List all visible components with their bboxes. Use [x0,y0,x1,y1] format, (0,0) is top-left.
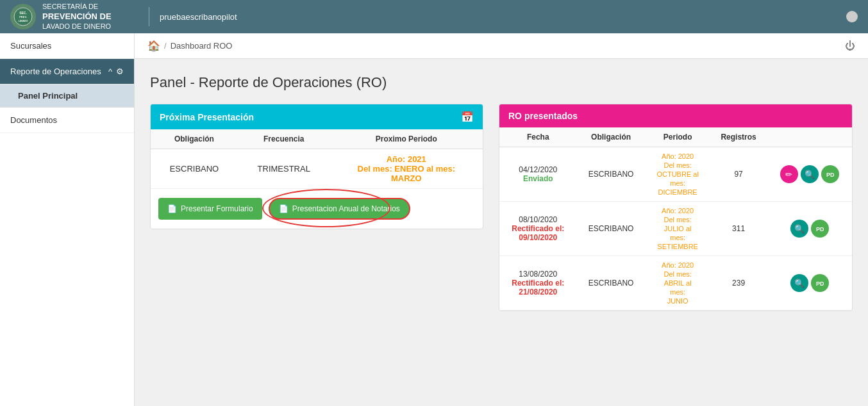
logo-text: SECRETARÍA DE PREVENCIÓN DE LAVADO DE DI… [42,2,112,31]
gear-icon[interactable]: ⚙ [116,67,124,76]
search-button-3[interactable]: 🔍 [790,274,808,292]
proxima-presentacion-panel: Próxima Presentación 📅 Obligación Frecue… [150,104,483,229]
breadcrumb-separator: / [164,41,167,51]
ro-obligacion-2: ESCRIBANO [577,202,646,256]
logo-area: SEC. PREV. LAVADO SECRETARÍA DE PREVENCI… [10,2,138,31]
pdf-button-2[interactable]: PDF [811,220,829,238]
home-icon[interactable]: 🏠 [147,40,160,52]
ro-obligacion-3: ESCRIBANO [577,256,646,311]
action-buttons-1: ✏ 🔍 PDF [774,165,846,183]
ro-presentados-panel: RO presentados Fecha Obligación Periodo … [499,104,853,311]
proxima-table-wrap: Obligación Frecuencia Proximo Periodo ES… [151,129,483,189]
cell-obligacion: ESCRIBANO [151,149,238,189]
sidebar-item-sucursales[interactable]: Sucursales [0,33,134,59]
ro-actions-2: 🔍 PDF [767,202,852,256]
cell-periodo: Año: 2021 Del mes: ENERO al mes: MARZO [330,149,483,189]
breadcrumb-bar: 🏠 / Dashboard ROO ⏻ [135,33,868,59]
ro-registros-3: 239 [710,256,767,311]
ro-registros-1: 97 [710,147,767,202]
presentar-formulario-button[interactable]: 📄 Presentar Formulario [158,198,262,220]
user-avatar [846,11,858,22]
ro-periodo-3: Año: 2020 Del mes: ABRIL al mes: JUNIO [646,256,710,311]
col-proximo-periodo: Proximo Periodo [330,129,483,149]
ro-actions-3: 🔍 PDF [767,256,852,311]
doc-icon-2: 📄 [279,204,288,213]
app-header: SEC. PREV. LAVADO SECRETARÍA DE PREVENCI… [0,0,868,33]
ro-fecha-2: 08/10/2020 Rectificado el: 09/10/2020 [499,202,577,256]
sidebar-item-documentos[interactable]: Documentos [0,108,134,133]
ro-table-header-row: Fecha Obligación Periodo Registros [499,127,852,147]
proxima-table: Obligación Frecuencia Proximo Periodo ES… [151,129,483,189]
table-row: ESCRIBANO TRIMESTRAL Año: 2021 Del mes: … [151,149,483,189]
ro-presentados-title: RO presentados [508,111,578,121]
col-frecuencia: Frecuencia [238,129,330,149]
header-username: pruebaescribanopilot [160,12,237,22]
ro-col-obligacion: Obligación [577,127,646,147]
proxima-table-header-row: Obligación Frecuencia Proximo Periodo [151,129,483,149]
page-title: Panel - Reporte de Operaciones (RO) [150,74,853,91]
period-year: Año: 2021 [387,154,426,164]
ro-fecha-1: 04/12/2020 Enviado [499,147,577,202]
search-button-2[interactable]: 🔍 [790,220,808,238]
logo-icon: SEC. PREV. LAVADO [10,4,36,29]
table-row: 08/10/2020 Rectificado el: 09/10/2020 ES… [499,202,852,256]
table-row: 04/12/2020 Enviado ESCRIBANO Año: 2020 D… [499,147,852,202]
period-end: MARZO [391,174,422,183]
ro-periodo-1: Año: 2020 Del mes: OCTUBRE al mes: DICIE… [646,147,710,202]
button-row: 📄 Presentar Formulario 📄 Presentacion An… [151,189,483,229]
ro-col-actions [767,127,852,147]
ro-col-registros: Registros [710,127,767,147]
power-icon[interactable]: ⏻ [845,40,855,52]
table-row: 13/08/2020 Rectificado el: 21/08/2020 ES… [499,256,852,311]
sidebar-item-reporte[interactable]: Reporte de Operaciones ^ ⚙ [0,59,134,85]
svg-text:SEC.: SEC. [19,11,27,15]
svg-text:LAVADO: LAVADO [19,20,28,22]
ro-obligacion-1: ESCRIBANO [577,147,646,202]
sidebar: Sucursales Reporte de Operaciones ^ ⚙ Pa… [0,33,135,406]
ro-presentados-header: RO presentados [499,104,852,127]
doc-icon-1: 📄 [167,204,177,213]
breadcrumb-text: Dashboard ROO [171,41,233,51]
svg-text:PDF: PDF [826,172,835,178]
ro-col-periodo: Periodo [646,127,710,147]
period-range: Del mes: ENERO al mes: [358,164,455,174]
ro-periodo-2: Año: 2020 Del mes: JULIO al mes: SETIEMB… [646,202,710,256]
edit-button-1[interactable]: ✏ [780,165,798,183]
two-col-layout: Próxima Presentación 📅 Obligación Frecue… [150,104,853,311]
pdf-button-1[interactable]: PDF [821,165,839,183]
svg-text:PDF: PDF [816,280,824,287]
sidebar-item-reporte-label: Reporte de Operaciones [10,67,101,76]
action-buttons-3: 🔍 PDF [774,274,846,292]
main-layout: Sucursales Reporte de Operaciones ^ ⚙ Pa… [0,33,868,406]
ro-col-fecha: Fecha [499,127,577,147]
ro-actions-1: ✏ 🔍 PDF [767,147,852,202]
action-buttons-2: 🔍 PDF [774,220,846,238]
ro-table: Fecha Obligación Periodo Registros [499,127,852,311]
ro-fecha-3: 13/08/2020 Rectificado el: 21/08/2020 [499,256,577,311]
proxima-presentacion-title: Próxima Presentación [160,112,254,122]
sidebar-subitem-panel[interactable]: Panel Principal [0,85,134,108]
calendar-icon: 📅 [461,111,474,123]
main-content: 🏠 / Dashboard ROO ⏻ Panel - Reporte de O… [135,33,868,406]
pdf-button-3[interactable]: PDF [811,274,829,292]
presentacion-anual-wrapper: 📄 Presentacion Anual de Notarios [269,198,410,220]
chevron-up-icon: ^ [108,67,112,76]
svg-text:PREV.: PREV. [19,15,27,19]
col-obligacion: Obligación [151,129,238,149]
search-button-1[interactable]: 🔍 [801,165,819,183]
header-divider [149,7,149,26]
page-content: Panel - Reporte de Operaciones (RO) Próx… [135,59,868,327]
breadcrumb: 🏠 / Dashboard ROO [147,40,232,52]
presentacion-anual-button[interactable]: 📄 Presentacion Anual de Notarios [269,198,410,220]
cell-frecuencia: TRIMESTRAL [238,149,330,189]
ro-registros-2: 311 [710,202,767,256]
proxima-presentacion-header: Próxima Presentación 📅 [151,104,483,129]
svg-text:PDF: PDF [816,226,824,232]
